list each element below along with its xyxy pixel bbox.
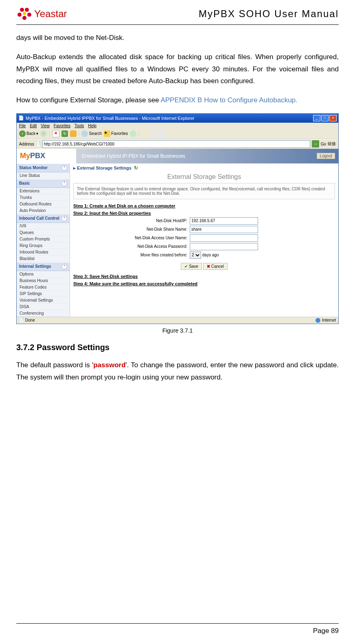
menu-favorites[interactable]: Favorites — [54, 124, 70, 128]
days-select[interactable]: 2 — [190, 251, 201, 259]
page-footer: Page 89 — [16, 623, 339, 635]
page-number: Page 89 — [16, 627, 339, 635]
sidebar-item[interactable]: DISA — [17, 304, 70, 310]
brand-logo: Yeastar — [16, 6, 67, 22]
back-button[interactable]: ‹Back ▾ — [19, 130, 38, 137]
figure-caption: Figure 3.7.1 — [16, 327, 339, 334]
mail-button[interactable] — [142, 130, 148, 137]
breadcrumb: ▸External Storage Settings↻ — [73, 165, 335, 171]
ie-page-icon: 📄 — [36, 142, 41, 146]
edit-button[interactable] — [159, 130, 165, 137]
status-done: 📄 Done — [19, 318, 35, 322]
body-text: The default password is ' — [16, 361, 93, 369]
user-input[interactable] — [190, 234, 258, 242]
close-button[interactable]: × — [329, 115, 337, 121]
forward-button[interactable]: › — [40, 130, 47, 137]
menu-edit[interactable]: Edit — [30, 124, 37, 128]
sidebar-item[interactable]: Voicemail Settings — [17, 297, 70, 304]
body-paragraph: How to configure External Storage, pleas… — [16, 94, 339, 106]
brand-name: Yeastar — [34, 8, 67, 20]
ie-page-icon: 📄 — [18, 115, 24, 121]
sidebar-item[interactable]: Trunks — [17, 194, 70, 201]
sidebar-item[interactable]: SIP Settings — [17, 291, 70, 297]
go-button[interactable]: → — [312, 140, 319, 148]
links-label[interactable]: 链接 — [328, 141, 336, 147]
sidebar-item[interactable]: Ring Groups — [17, 243, 70, 249]
arrow-icon: ▸ — [73, 165, 76, 170]
favorites-button[interactable]: ★Favorites — [104, 130, 128, 137]
back-label: Back — [26, 131, 35, 136]
step-heading: Step 3: Save Net-Disk settings — [73, 274, 335, 279]
minimize-button[interactable]: _ — [313, 115, 320, 121]
sidebar-item[interactable]: Custom Prompts — [17, 236, 70, 243]
doc-title: MyPBX SOHO User Manual — [199, 8, 339, 20]
go-label: Go — [321, 142, 326, 146]
sidebar-item[interactable]: Options — [17, 271, 70, 278]
sidebar-group-title: Inbound Call Control — [19, 216, 59, 221]
sidebar-item[interactable]: Auto Provision — [17, 207, 70, 214]
save-button[interactable]: ✔Save — [181, 263, 202, 270]
appendix-link[interactable]: APPENDIX B How to Configure Autobackup. — [160, 96, 297, 104]
sidebar-item[interactable]: Blacklist — [17, 256, 70, 262]
sidebar-group-title: Internal Settings — [19, 264, 51, 269]
home-button[interactable] — [70, 130, 77, 137]
window-title: MyPBX - Embedded Hybrid IPPBX for Small … — [26, 116, 195, 121]
main-panel: ▸External Storage Settings↻ External Sto… — [70, 163, 338, 317]
sidebar: Status Monitor˄ Line Status Basic˄ Exten… — [17, 163, 70, 317]
sidebar-group-basic[interactable]: Basic˄ — [17, 179, 70, 188]
field-label: Net-Disk Access Password: — [73, 244, 190, 249]
stop-button[interactable]: ✕ — [52, 130, 59, 137]
field-label: Net-Disk Share Name: — [73, 227, 190, 232]
logout-button[interactable]: Logout — [317, 153, 335, 159]
history-button[interactable] — [130, 130, 136, 137]
sidebar-item[interactable]: Business Hours — [17, 278, 70, 284]
menu-file[interactable]: File — [19, 124, 26, 128]
window-titlebar: 📄 MyPBX - Embedded Hybrid IPPBX for Smal… — [17, 114, 338, 123]
search-button[interactable]: Search — [81, 130, 102, 137]
address-label: Address — [19, 142, 34, 146]
body-paragraph: days will be moved to the Net-Disk. — [16, 32, 339, 44]
menu-view[interactable]: View — [41, 124, 50, 128]
maximize-button[interactable]: □ — [321, 115, 329, 121]
share-input[interactable] — [190, 226, 258, 233]
sidebar-item[interactable]: Extensions — [17, 188, 70, 194]
favorites-label: Favorites — [111, 131, 128, 136]
statusbar: 📄 Done Internet — [17, 317, 338, 324]
address-bar: Address 📄 → Go 链接 — [17, 139, 338, 149]
sidebar-group-inbound[interactable]: Inbound Call Control˄ — [17, 214, 70, 223]
sidebar-item[interactable]: Conferencing — [17, 310, 70, 317]
menu-tools[interactable]: Tools — [75, 124, 84, 128]
chevron-icon: ˄ — [61, 181, 67, 186]
check-icon: ✔ — [184, 264, 188, 269]
svg-point-0 — [20, 8, 24, 12]
sidebar-item[interactable]: Outbound Routes — [17, 201, 70, 207]
refresh-button[interactable]: ↻ — [61, 130, 68, 137]
breadcrumb-text: External Storage Settings — [77, 165, 131, 170]
sidebar-group-status[interactable]: Status Monitor˄ — [17, 163, 70, 172]
field-label: Net-Disk Host/IP: — [73, 218, 190, 223]
sidebar-item[interactable]: Feature Codes — [17, 284, 70, 291]
sidebar-item[interactable]: Inbound Routes — [17, 249, 70, 256]
refresh-icon[interactable]: ↻ — [134, 165, 138, 171]
password-input[interactable] — [190, 243, 258, 250]
step-heading: Step 1: Create a Net Disk on a chosen co… — [73, 203, 335, 208]
sidebar-group-title: Basic — [19, 181, 30, 185]
back-icon: ‹ — [19, 130, 26, 137]
info-box: The External Storage feature is used to … — [73, 183, 335, 199]
menu-help[interactable]: Help — [88, 124, 96, 128]
sidebar-group-title: Status Monitor — [19, 165, 48, 170]
cancel-label: Cancel — [211, 264, 224, 269]
sidebar-group-internal[interactable]: Internal Settings˄ — [17, 262, 70, 271]
sidebar-item[interactable]: Queues — [17, 229, 70, 236]
svg-point-5 — [23, 12, 26, 15]
print-button[interactable] — [150, 130, 157, 137]
address-input[interactable] — [42, 140, 310, 148]
body-paragraph: The default password is 'password'. To c… — [16, 359, 339, 384]
host-input[interactable] — [190, 217, 258, 225]
sidebar-item[interactable]: Line Status — [17, 172, 70, 179]
days-ago-label: days ago — [202, 253, 219, 257]
internet-icon — [316, 318, 320, 323]
cancel-button[interactable]: ✖Cancel — [203, 263, 228, 270]
sidebar-item[interactable]: IVR — [17, 223, 70, 229]
star-icon: ★ — [104, 130, 110, 137]
